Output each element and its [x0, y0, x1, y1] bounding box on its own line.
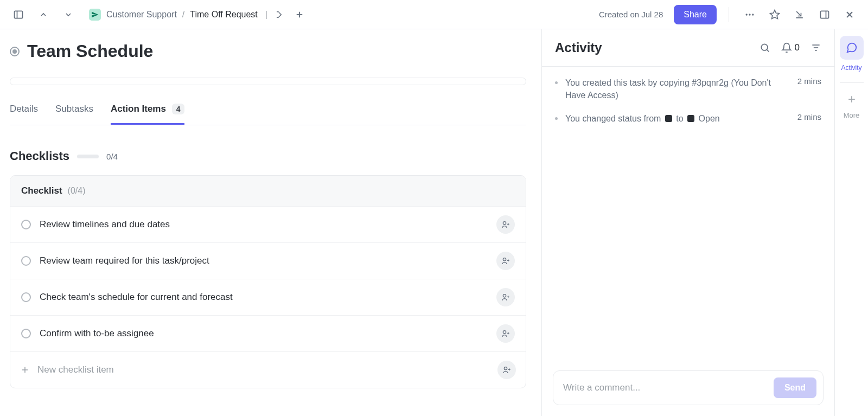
panel-layout-icon[interactable] — [816, 6, 833, 23]
checklists-progress-bar — [77, 155, 99, 158]
bullet-icon — [555, 81, 558, 84]
tabs: Details Subtasks Action Items 4 — [10, 104, 526, 125]
svg-line-32 — [767, 50, 769, 52]
share-button[interactable]: Share — [674, 5, 717, 24]
checklist-checkbox[interactable] — [21, 256, 31, 266]
page-title[interactable]: Team Schedule — [27, 41, 153, 61]
svg-rect-0 — [15, 11, 23, 18]
svg-line-8 — [796, 11, 801, 16]
space-icon — [89, 9, 101, 21]
checklist-name: Checklist — [21, 185, 62, 196]
checklist-item[interactable]: Review team required for this task/proje… — [10, 242, 526, 279]
tab-subtasks[interactable]: Subtasks — [55, 104, 93, 125]
activity-entry: You created this task by copying #3pqnr2… — [555, 76, 821, 101]
activity-time: 2 mins — [797, 76, 821, 86]
bullet-icon — [555, 117, 558, 120]
svg-point-28 — [504, 367, 507, 370]
checklist-item[interactable]: Review timelines and due dates — [10, 206, 526, 242]
tab-action-items[interactable]: Action Items 4 — [111, 104, 185, 125]
rail-more-label[interactable]: More — [844, 111, 860, 119]
new-checklist-item-input[interactable] — [37, 364, 490, 375]
checklist-item[interactable]: Confirm with to-be assignee — [10, 315, 526, 351]
assign-user-icon[interactable] — [496, 252, 515, 270]
add-checklist-item-row[interactable] — [10, 351, 526, 388]
checklist-item[interactable]: Check team's schedule for current and fo… — [10, 279, 526, 315]
prev-task-icon[interactable] — [35, 6, 52, 23]
tab-action-items-label: Action Items — [111, 104, 166, 114]
breadcrumb-current[interactable]: Time Off Request — [190, 10, 258, 20]
activity-feed: You created this task by copying #3pqnr2… — [542, 67, 834, 364]
checklist-item-label: Check team's schedule for current and fo… — [40, 292, 488, 303]
right-rail: Activity More — [834, 29, 868, 416]
activity-text: You created this task by copying #3pqnr2… — [565, 76, 779, 101]
svg-rect-10 — [821, 11, 829, 18]
status-from-icon — [665, 115, 672, 122]
activity-time: 2 mins — [797, 112, 821, 121]
activity-search-icon[interactable] — [760, 42, 770, 53]
svg-point-14 — [503, 222, 506, 225]
bell-icon — [781, 42, 792, 53]
checklist-item-label: Confirm with to-be assignee — [40, 328, 488, 339]
tab-details[interactable]: Details — [10, 104, 38, 125]
action-items-count-badge: 4 — [172, 104, 185, 114]
favorite-icon[interactable] — [766, 6, 783, 23]
breadcrumb-divider: | — [265, 10, 267, 20]
activity-panel: Activity 0 You created this task by copy… — [541, 29, 834, 416]
checklist-count: (0/4) — [68, 186, 86, 196]
assign-user-icon[interactable] — [496, 215, 515, 234]
status-to-icon — [687, 115, 694, 122]
activity-notifications[interactable]: 0 — [781, 42, 800, 53]
rail-divider — [840, 82, 864, 83]
svg-point-17 — [503, 258, 506, 261]
main-content: Team Schedule Details Subtasks Action It… — [0, 29, 541, 416]
description-area[interactable] — [10, 78, 526, 85]
close-icon[interactable] — [841, 6, 858, 23]
checklist-item-label: Review team required for this task/proje… — [40, 255, 488, 266]
checklists-progress-text: 0/4 — [106, 152, 118, 161]
checklist-checkbox[interactable] — [21, 329, 31, 338]
svg-point-5 — [749, 14, 750, 15]
assign-user-icon[interactable] — [497, 361, 516, 379]
collapse-down-icon[interactable] — [791, 6, 808, 23]
checklist-item-label: Review timelines and due dates — [40, 219, 488, 230]
svg-point-23 — [503, 331, 506, 334]
move-task-icon[interactable] — [273, 6, 287, 23]
breadcrumb: Customer Support / Time Off Request | — [89, 6, 307, 23]
topbar-divider — [729, 7, 729, 22]
svg-point-6 — [752, 14, 754, 15]
task-status-icon[interactable] — [10, 47, 20, 56]
rail-activity-icon[interactable] — [840, 36, 864, 60]
comment-box: Send — [553, 370, 824, 405]
checklist-card: Checklist (0/4) Review timelines and due… — [10, 175, 526, 388]
breadcrumb-separator: / — [182, 10, 184, 20]
new-subtask-icon[interactable] — [292, 6, 307, 23]
notification-count: 0 — [795, 42, 800, 53]
svg-point-20 — [503, 295, 506, 297]
checklist-header[interactable]: Checklist (0/4) — [10, 176, 526, 206]
activity-title: Activity — [555, 40, 760, 55]
topbar: Customer Support / Time Off Request | Cr… — [0, 0, 868, 29]
checklist-checkbox[interactable] — [21, 292, 31, 302]
assign-user-icon[interactable] — [496, 288, 515, 306]
sidebar-toggle-icon[interactable] — [10, 6, 27, 23]
activity-filter-icon[interactable] — [810, 42, 821, 53]
svg-point-4 — [746, 14, 748, 15]
created-on-label: Created on Jul 28 — [599, 10, 663, 19]
next-task-icon[interactable] — [60, 6, 77, 23]
svg-marker-7 — [770, 10, 780, 18]
activity-entry: You changed status from to Open 2 mins — [555, 112, 821, 125]
comment-input[interactable] — [563, 382, 774, 393]
checklist-checkbox[interactable] — [21, 220, 31, 229]
more-menu-icon[interactable] — [741, 6, 758, 23]
activity-text: You changed status from to Open — [565, 112, 779, 125]
plus-icon — [20, 365, 30, 375]
assign-user-icon[interactable] — [496, 324, 515, 343]
rail-add-icon[interactable] — [846, 94, 857, 105]
send-button[interactable]: Send — [774, 377, 816, 398]
checklists-heading: Checklists — [10, 149, 69, 163]
svg-point-31 — [761, 44, 768, 50]
rail-activity-label: Activity — [841, 64, 861, 72]
breadcrumb-space[interactable]: Customer Support — [106, 10, 177, 20]
